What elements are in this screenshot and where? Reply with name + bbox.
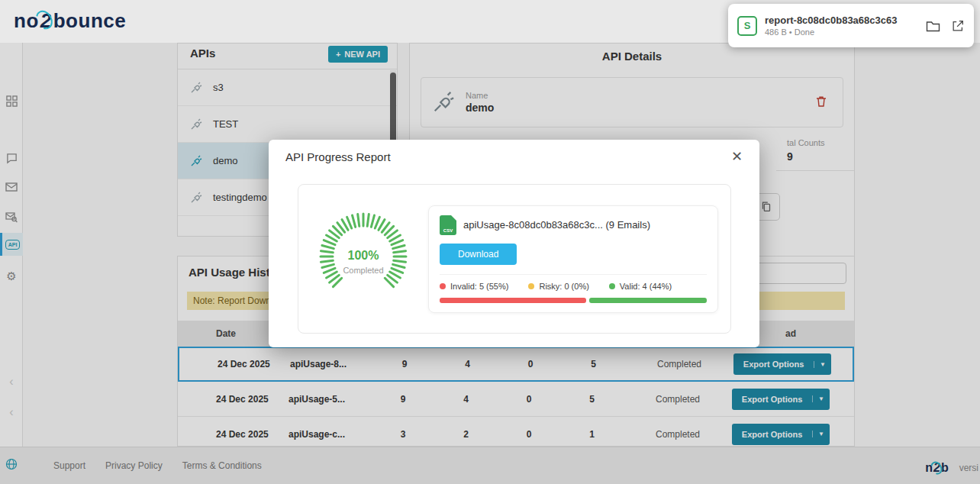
globe-icon[interactable] bbox=[5, 458, 18, 473]
cell-date: 24 Dec 2025 bbox=[178, 429, 289, 440]
download-button[interactable]: Download bbox=[440, 244, 517, 265]
cell-valid: 4 bbox=[431, 359, 504, 369]
settings-icon[interactable]: ⚙ bbox=[0, 267, 23, 286]
api-progress-report-modal: API Progress Report ✕ 100% Completed CSV… bbox=[269, 140, 759, 347]
api-list-item-test[interactable]: TEST bbox=[178, 106, 397, 143]
plug-icon bbox=[190, 192, 202, 204]
collapse-icon[interactable]: ‹ bbox=[0, 403, 23, 421]
gauge: 100% Completed bbox=[306, 202, 421, 316]
footer-link-terms[interactable]: Terms & Conditions bbox=[182, 460, 262, 471]
cell-total: 3 bbox=[376, 429, 430, 440]
download-toast[interactable]: S report-8c08dc0b83a68c3c63 486 B • Done bbox=[728, 4, 974, 47]
total-counts-block: tal Counts 9 bbox=[776, 138, 854, 171]
legend: Invalid: 5 (55%) Risky: 0 (0%) Valid: 4 … bbox=[440, 274, 707, 291]
legend-invalid: Invalid: 5 (55%) bbox=[450, 282, 508, 291]
brand-logo: no2bounce bbox=[14, 9, 126, 33]
sidebar-item-api[interactable]: API bbox=[0, 233, 23, 256]
name-label: Name bbox=[466, 91, 494, 100]
csv-file-icon: CSV bbox=[440, 215, 456, 235]
open-file-icon[interactable] bbox=[951, 19, 965, 33]
result-distribution-bar bbox=[440, 298, 707, 303]
progress-gauge: 100% Completed bbox=[298, 202, 428, 316]
footer: Support Privacy Policy Terms & Condition… bbox=[0, 447, 980, 484]
cell-date: 24 Dec 2025 bbox=[178, 394, 289, 405]
api-name-box: Name demo bbox=[421, 77, 843, 127]
cell-total: 9 bbox=[378, 359, 431, 369]
chevron-down-icon: ▼ bbox=[812, 431, 830, 437]
name-value: demo bbox=[466, 102, 494, 114]
cell-risky: 0 bbox=[504, 359, 557, 369]
toast-meta: 486 B • Done bbox=[765, 27, 897, 37]
table-row[interactable]: 24 Dec 2025 apiUsage-8... 9 4 0 5 Comple… bbox=[178, 347, 854, 382]
close-icon[interactable]: ✕ bbox=[727, 147, 747, 166]
logo-swoosh-2: 2 bbox=[39, 9, 53, 32]
cell-invalid: 5 bbox=[556, 394, 628, 405]
chevron-down-icon: ▼ bbox=[814, 361, 831, 368]
delete-api-button[interactable] bbox=[811, 91, 832, 115]
usage-title: API Usage Histor bbox=[189, 266, 282, 279]
chat-icon[interactable] bbox=[0, 149, 23, 167]
toast-filename: report-8c08dc0b83a68c3c63 bbox=[765, 15, 897, 26]
counts-value: 9 bbox=[787, 150, 843, 163]
gauge-label: Completed bbox=[343, 266, 383, 275]
left-sidebar: API ⚙ ‹ ‹ bbox=[0, 43, 23, 447]
bar-invalid-segment bbox=[440, 298, 586, 303]
footer-link-privacy[interactable]: Privacy Policy bbox=[105, 460, 163, 471]
open-folder-icon[interactable] bbox=[926, 20, 940, 32]
cell-name: apiUsage-5... bbox=[289, 394, 376, 405]
cell-total: 9 bbox=[376, 394, 430, 405]
footer-link-support[interactable]: Support bbox=[53, 460, 85, 471]
app-window: no2bounce API ⚙ ‹ ‹ APIs + NEW AP bbox=[0, 0, 980, 484]
export-options-button[interactable]: Export Options ▼ bbox=[733, 353, 831, 375]
logo-text: no bbox=[14, 9, 39, 32]
cell-risky: 0 bbox=[502, 429, 556, 440]
cell-status: Completed bbox=[630, 359, 729, 369]
counts-label: tal Counts bbox=[787, 138, 843, 147]
table-body: 24 Dec 2025 apiUsage-8... 9 4 0 5 Comple… bbox=[178, 347, 854, 447]
footer-logo: n2b bbox=[925, 461, 948, 475]
api-icon: API bbox=[5, 240, 21, 250]
copy-icon bbox=[759, 200, 773, 214]
cell-status: Completed bbox=[628, 429, 727, 440]
plug-icon bbox=[190, 155, 202, 167]
table-row[interactable]: 24 Dec 2025 apiUsage-5... 9 4 0 5 Comple… bbox=[178, 382, 854, 417]
api-details-title: API Details bbox=[410, 50, 854, 63]
new-api-button[interactable]: + NEW API bbox=[328, 46, 388, 63]
grid-icon[interactable] bbox=[0, 92, 23, 110]
logo-text: bounce bbox=[53, 9, 126, 32]
api-item-label: TEST bbox=[213, 118, 238, 130]
cell-risky: 0 bbox=[502, 394, 556, 405]
mail-search-icon[interactable] bbox=[0, 208, 23, 226]
report-file-name: apiUsage-8c08dc0b83a68c3c... (9 Emails) bbox=[463, 219, 650, 231]
api-item-label: testingdemo bbox=[213, 192, 267, 203]
cell-invalid: 5 bbox=[557, 359, 630, 369]
export-options-button[interactable]: Export Options ▼ bbox=[732, 389, 830, 410]
export-options-button[interactable]: Export Options ▼ bbox=[732, 424, 830, 445]
legend-valid: Valid: 4 (44%) bbox=[620, 282, 672, 291]
report-card: CSV apiUsage-8c08dc0b83a68c3c... (9 Emai… bbox=[428, 205, 718, 313]
plug-icon bbox=[432, 91, 455, 114]
plus-icon: + bbox=[336, 50, 340, 59]
chevron-down-icon: ▼ bbox=[812, 395, 830, 402]
cell-name: apiUsage-c... bbox=[289, 429, 376, 440]
gauge-percent: 100% bbox=[348, 249, 379, 262]
cell-name: apiUsage-8... bbox=[290, 359, 378, 369]
table-row[interactable]: 24 Dec 2025 apiUsage-c... 3 2 0 1 Comple… bbox=[178, 417, 854, 447]
legend-risky: Risky: 0 (0%) bbox=[539, 282, 588, 291]
valid-dot-icon bbox=[609, 283, 615, 289]
cell-valid: 2 bbox=[430, 429, 502, 440]
risky-dot-icon bbox=[528, 283, 534, 289]
plug-icon bbox=[190, 118, 202, 131]
report-container: 100% Completed CSV apiUsage-8c08dc0b83a6… bbox=[298, 184, 731, 334]
mail-icon[interactable] bbox=[0, 178, 23, 196]
apis-panel-title: APIs bbox=[190, 47, 215, 60]
trash-icon bbox=[814, 94, 829, 109]
version-label: versi bbox=[959, 463, 978, 473]
csv-file-icon: S bbox=[737, 16, 757, 36]
collapse-icon[interactable]: ‹ bbox=[0, 373, 23, 391]
cell-status: Completed bbox=[628, 394, 727, 405]
api-item-label: demo bbox=[213, 155, 238, 166]
api-list-item-s3[interactable]: s3 bbox=[178, 69, 397, 106]
modal-title: API Progress Report bbox=[285, 150, 391, 163]
bar-valid-segment bbox=[589, 298, 707, 303]
